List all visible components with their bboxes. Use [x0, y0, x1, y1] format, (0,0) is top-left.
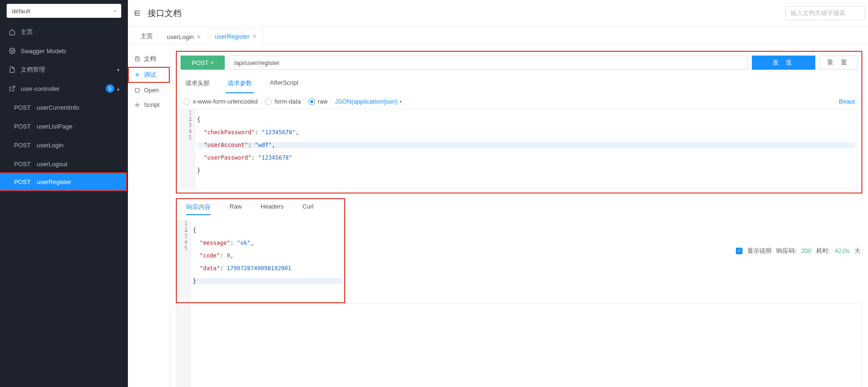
code-lines: { "checkPassword": "12345678", "userAcco… — [195, 109, 857, 188]
line-gutter: 12345 — [177, 220, 191, 298]
open-icon — [134, 88, 141, 93]
request-body-editor[interactable]: 12345 { "checkPassword": "12345678", "us… — [181, 109, 858, 189]
search-placeholder: 输入文档关键字搜索 — [790, 9, 845, 17]
beautify-button[interactable]: Beaut — [839, 98, 855, 105]
menu-docmgr[interactable]: 文档管理 ▾ — [0, 60, 128, 79]
search-input[interactable]: 输入文档关键字搜索 — [785, 6, 865, 20]
endpoint-method: POST — [14, 104, 37, 111]
bodytype-label: raw — [318, 98, 328, 105]
endpoint-name: userListPage — [37, 123, 72, 130]
endpoint-userCurrentInfo[interactable]: POST userCurrentInfo — [0, 98, 128, 117]
tab-userLogin[interactable]: userLogin ✕ — [160, 29, 208, 44]
code-lines: { "message": "ok", "code": 0, "data": 17… — [191, 220, 344, 298]
main: 接口文档 输入文档关键字搜索 主页 userLogin ✕ userRegist… — [128, 0, 868, 387]
tab-userRegister[interactable]: userRegister ✕ — [208, 29, 264, 44]
code-lines — [190, 304, 862, 387]
response-body-full[interactable] — [176, 303, 862, 387]
menu-swagger-label: Swagger Models — [21, 48, 119, 55]
svg-point-10 — [137, 104, 138, 105]
side-tabs: 文档 调试 Open Script — [128, 44, 170, 387]
header: 接口文档 输入文档关键字搜索 — [128, 0, 868, 26]
sidetab-script[interactable]: Script — [128, 97, 170, 112]
endpoint-userLogout[interactable]: POST userLogout — [0, 154, 128, 173]
chevron-down-icon: ▾ — [117, 67, 119, 73]
svg-rect-9 — [135, 89, 139, 92]
sidetab-doc[interactable]: 文档 — [128, 51, 170, 67]
time-label: 耗时: — [816, 247, 830, 255]
endpoint-userListPage[interactable]: POST userListPage — [0, 117, 128, 136]
menu-controller[interactable]: user-controller 5 ▴ — [0, 79, 128, 98]
models-icon — [8, 48, 16, 54]
method-select[interactable]: POST ▾ — [181, 56, 225, 70]
radio-icon — [265, 98, 272, 105]
bodytype-raw[interactable]: raw — [308, 98, 328, 105]
subtab-params[interactable]: 请求参数 — [226, 76, 254, 93]
endpoint-count-badge: 5 — [106, 84, 114, 93]
endpoint-method: POST — [14, 142, 37, 149]
api-icon — [8, 85, 16, 92]
line-gutter: 12345 — [181, 109, 195, 188]
close-icon[interactable]: ✕ — [253, 33, 257, 40]
bug-icon — [134, 72, 141, 78]
script-icon — [134, 102, 141, 108]
chevron-down-icon: ▾ — [211, 60, 213, 65]
page-title: 接口文档 — [148, 8, 785, 19]
group-select-value: default — [12, 8, 30, 15]
checkbox-show-desc[interactable]: ✓ — [736, 248, 742, 254]
menu-home-label: 主页 — [21, 28, 119, 36]
response-body-editor[interactable]: 12345 { "message": "ok", "code": 0, "dat… — [177, 220, 344, 298]
resptab-headers[interactable]: Headers — [260, 203, 284, 215]
group-select[interactable]: default ▾ — [7, 4, 121, 18]
bodytype-label: x-www-form-urlencoded — [193, 98, 258, 105]
svg-point-0 — [11, 50, 13, 52]
subtab-afterscript[interactable]: AfterScript — [268, 76, 300, 93]
response-meta: ✓ 显示说明 响应码: 200 耗时: 42.0s 大 — [736, 247, 862, 255]
status-value: 200 — [801, 247, 812, 254]
nav-tabs: 主页 userLogin ✕ userRegister ✕ — [128, 26, 868, 44]
endpoint-method: POST — [14, 161, 37, 168]
chevron-up-icon: ▴ — [117, 86, 119, 91]
bodytype-form[interactable]: x-www-form-urlencoded — [183, 98, 258, 105]
size-label: 大 — [854, 247, 860, 255]
url-value: /api/user/register — [234, 59, 279, 66]
tab-home[interactable]: 主页 — [134, 28, 160, 44]
sidetab-debug[interactable]: 调试 — [128, 67, 170, 83]
tab-label: userLogin — [167, 33, 194, 40]
sidebar: default ▾ 主页 Swagger Models 文 — [0, 0, 128, 387]
endpoint-method: POST — [14, 123, 37, 130]
close-icon[interactable]: ✕ — [197, 34, 201, 40]
menu-home[interactable]: 主页 — [0, 23, 128, 41]
chevron-down-icon: ▾ — [400, 99, 402, 104]
collapse-sidebar-button[interactable] — [128, 9, 147, 17]
resptab-curl[interactable]: Curl — [302, 203, 314, 215]
send-button[interactable]: 发 送 — [752, 56, 816, 70]
tab-label: userRegister — [215, 33, 250, 40]
content-type-value: JSON(application/json) — [335, 98, 398, 105]
menu-swagger[interactable]: Swagger Models — [0, 41, 128, 60]
bodytype-formdata[interactable]: form-data — [265, 98, 301, 105]
endpoint-method: POST — [14, 178, 37, 185]
resptab-content[interactable]: 响应内容 — [186, 203, 211, 215]
show-desc-label: 显示说明 — [747, 247, 772, 255]
chevron-down-icon: ▾ — [114, 8, 116, 14]
svg-line-1 — [12, 86, 15, 89]
endpoint-userRegister[interactable]: POST userRegister — [0, 172, 127, 191]
tab-label: 主页 — [141, 32, 153, 40]
radio-icon — [183, 98, 190, 105]
sidetab-open[interactable]: Open — [128, 83, 170, 97]
resptab-raw[interactable]: Raw — [229, 203, 242, 215]
endpoint-name: userRegister — [37, 178, 71, 185]
url-input[interactable]: /api/user/register — [229, 56, 748, 70]
endpoint-userLogin[interactable]: POST userLogin — [0, 136, 128, 154]
reset-button[interactable]: 重 置 — [819, 56, 858, 70]
response-section: 响应内容 Raw Headers Curl 12345 { "message":… — [176, 198, 862, 387]
method-label: POST — [192, 59, 208, 66]
content-type-select[interactable]: JSON(application/json) ▾ — [335, 98, 402, 105]
endpoint-list: POST userCurrentInfo POST userListPage P… — [0, 98, 128, 190]
endpoint-name: userLogin — [37, 142, 63, 149]
status-label: 响应码: — [776, 247, 797, 255]
subtab-headers[interactable]: 请求头部 — [183, 76, 212, 93]
menu-controller-label: user-controller — [21, 85, 106, 92]
sidetab-label: 调试 — [144, 71, 156, 79]
menu-docmgr-label: 文档管理 — [21, 65, 117, 74]
